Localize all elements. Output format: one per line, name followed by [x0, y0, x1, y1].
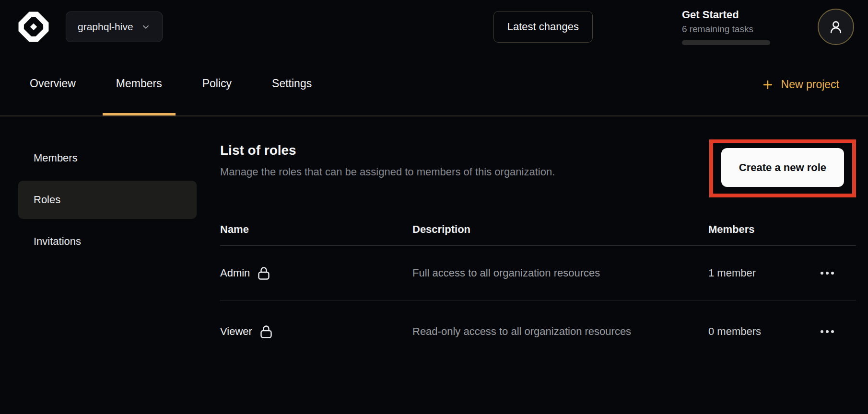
- user-icon: [828, 19, 844, 35]
- hive-logo-icon[interactable]: [18, 11, 49, 43]
- members-sidebar: Members Roles Invitations: [0, 116, 209, 414]
- create-role-button[interactable]: Create a new role: [721, 148, 844, 187]
- latest-changes-button[interactable]: Latest changes: [493, 11, 593, 43]
- new-project-button[interactable]: New project: [762, 54, 839, 115]
- roles-table: Name Description Members Admin: [220, 213, 856, 363]
- table-row-viewer: Viewer Read-only access to all organizat…: [220, 300, 856, 363]
- column-header-description: Description: [412, 223, 708, 236]
- tab-settings[interactable]: Settings: [258, 54, 325, 115]
- roles-heading-block: List of roles Manage the roles that can …: [220, 116, 555, 178]
- org-name: graphql-hive: [78, 21, 133, 33]
- tab-policy-label: Policy: [202, 77, 232, 90]
- lock-icon: [260, 324, 272, 339]
- roles-panel-header: List of roles Manage the roles that can …: [220, 116, 856, 197]
- lock-icon: [258, 266, 270, 280]
- column-header-members: Members: [708, 223, 819, 236]
- chevron-down-icon: [141, 22, 151, 32]
- org-tabbar: Overview Members Policy Settings New pro…: [0, 54, 868, 116]
- role-members-count: 1 member: [708, 267, 819, 279]
- tab-overview[interactable]: Overview: [16, 54, 89, 115]
- get-started-progressbar: [682, 40, 770, 45]
- tab-policy[interactable]: Policy: [189, 54, 245, 115]
- row-menu-button[interactable]: [819, 267, 836, 279]
- sidebar-item-invitations[interactable]: Invitations: [18, 222, 197, 261]
- get-started-remaining-tasks: 6 remaining tasks: [682, 24, 770, 34]
- sidebar-item-members-label: Members: [34, 152, 78, 164]
- org-switcher-button[interactable]: graphql-hive: [66, 12, 163, 42]
- table-row-admin: Admin Full access to all organization re…: [220, 246, 856, 300]
- content-area: Members Roles Invitations List of roles …: [0, 116, 868, 414]
- top-header: graphql-hive Latest changes Get Started …: [0, 0, 868, 54]
- get-started-widget[interactable]: Get Started 6 remaining tasks: [682, 9, 770, 45]
- annotation-highlight-box: Create a new role: [709, 139, 856, 197]
- plus-icon: [762, 79, 774, 91]
- role-name: Admin: [220, 267, 250, 279]
- page-subtitle: Manage the roles that can be assigned to…: [220, 166, 555, 178]
- tab-overview-label: Overview: [30, 77, 76, 90]
- role-description: Full access to all organization resource…: [412, 263, 652, 284]
- user-avatar-button[interactable]: [818, 9, 854, 45]
- tab-settings-label: Settings: [272, 77, 312, 90]
- role-members-count: 0 members: [708, 325, 819, 338]
- role-name: Viewer: [220, 325, 252, 338]
- roles-panel: List of roles Manage the roles that can …: [209, 116, 868, 414]
- tab-members[interactable]: Members: [103, 54, 176, 115]
- tab-members-label: Members: [116, 77, 162, 90]
- sidebar-item-roles[interactable]: Roles: [18, 181, 197, 219]
- page-title: List of roles: [220, 143, 555, 158]
- app-window: graphql-hive Latest changes Get Started …: [0, 0, 868, 414]
- new-project-label: New project: [781, 78, 839, 91]
- roles-table-header: Name Description Members: [220, 213, 856, 246]
- role-description: Read-only access to all organization res…: [412, 321, 652, 342]
- sidebar-item-invitations-label: Invitations: [34, 235, 81, 248]
- column-header-name: Name: [220, 223, 412, 236]
- sidebar-item-members[interactable]: Members: [18, 139, 197, 177]
- get-started-title: Get Started: [682, 9, 770, 21]
- row-menu-button[interactable]: [819, 325, 836, 338]
- sidebar-item-roles-label: Roles: [34, 194, 60, 206]
